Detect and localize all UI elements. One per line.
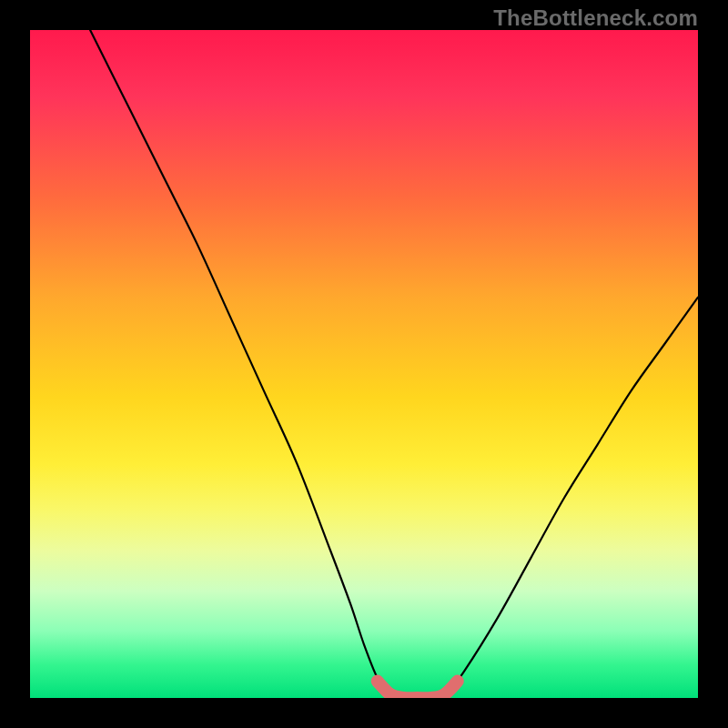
watermark-label: TheBottleneck.com: [493, 5, 698, 31]
bottleneck-curve-left: [90, 30, 390, 698]
curve-layer: [30, 30, 698, 698]
plot-area: [30, 30, 698, 698]
bottleneck-curve-right: [444, 298, 698, 698]
chart-frame: TheBottleneck.com: [0, 0, 728, 728]
bottleneck-highlight: [378, 682, 458, 698]
